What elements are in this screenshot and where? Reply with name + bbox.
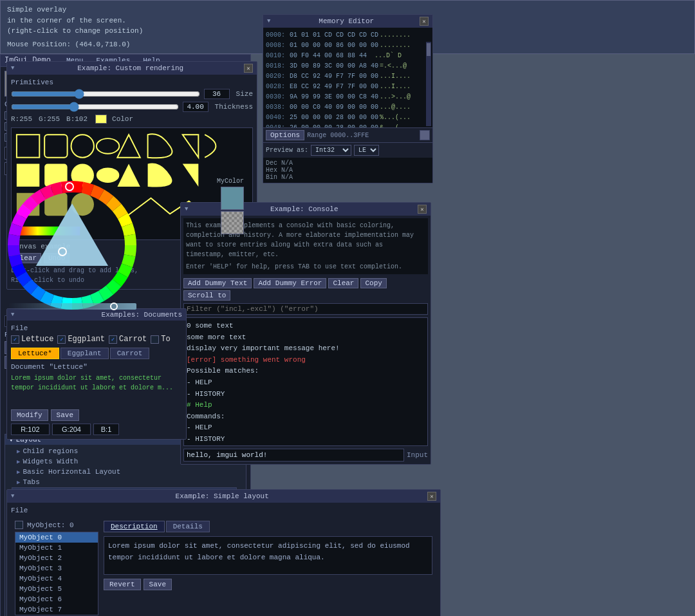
memory-row: 0030:9A 99 99 3E 00 00 C8 40...>...@ bbox=[266, 92, 430, 102]
memory-options-btn[interactable]: Options bbox=[266, 130, 304, 140]
widgets-width-arrow: ▶ bbox=[17, 458, 20, 465]
console-line: display very important message here! bbox=[187, 343, 425, 355]
carrot-checkbox[interactable] bbox=[109, 335, 117, 344]
object-item-6[interactable]: MyObject 6 bbox=[15, 594, 98, 604]
memory-row: 0048:26 00 00 00 28 00 00 00&...(... bbox=[266, 123, 430, 127]
console-line: - HISTORY bbox=[187, 389, 425, 400]
memory-editor-title: Memory Editor bbox=[319, 17, 374, 25]
simple-layout-title: Example: Simple layout bbox=[176, 492, 269, 500]
console-error-line: [error] something went wrong bbox=[187, 355, 425, 366]
add-dummy-error-btn[interactable]: Add Dummy Error bbox=[254, 278, 326, 288]
thickness-slider[interactable] bbox=[11, 102, 179, 111]
lettuce-label: Lettuce bbox=[21, 335, 53, 344]
object-item-1[interactable]: MyObject 1 bbox=[15, 543, 98, 553]
to-checkbox[interactable] bbox=[151, 335, 159, 344]
console-input-label: Input bbox=[407, 451, 428, 459]
r-label: R:255 bbox=[11, 115, 32, 123]
eggplant-tab[interactable]: Eggplant bbox=[60, 348, 109, 359]
memory-row: 0040:25 00 00 00 28 00 00 00%...(... bbox=[266, 113, 430, 123]
simple-layout-close[interactable]: ✕ bbox=[427, 492, 436, 501]
mycolor-swatch[interactable] bbox=[221, 187, 244, 210]
object-list-container: MyObject: 0 MyObject 0 MyObject 1 MyObje… bbox=[15, 521, 98, 615]
file-label: File bbox=[11, 324, 182, 332]
memory-endian-select[interactable]: LE BE bbox=[354, 145, 379, 156]
memory-dec-value: N/A bbox=[281, 160, 293, 167]
simple-save-btn[interactable]: Save bbox=[144, 579, 172, 590]
to-checkbox-label[interactable]: To bbox=[151, 335, 170, 344]
doc-modify-btn[interactable]: Modify bbox=[11, 409, 48, 421]
lettuce-checkbox-label[interactable]: Lettuce bbox=[11, 335, 53, 344]
console-title: Example: Console bbox=[270, 205, 338, 213]
eggplant-checkbox-label[interactable]: Eggplant bbox=[57, 335, 105, 344]
console-output[interactable]: 0 some text some more text display very … bbox=[183, 317, 428, 446]
memory-editor-panel: ▼ Memory Editor ✕ 0000:01 01 01 CD CD CD… bbox=[263, 14, 433, 183]
thickness-value: 4.00 bbox=[183, 102, 208, 112]
memory-row: 0010:00 F0 44 00 68 88 44...D` D bbox=[266, 51, 430, 61]
color-wheel-svg[interactable] bbox=[5, 178, 140, 313]
detail-desc-text: Lorem ipsum dolor sit amet, consectetur … bbox=[108, 541, 428, 563]
eggplant-checkbox[interactable] bbox=[57, 335, 66, 344]
object-counter-label: MyObject: 0 bbox=[27, 521, 74, 529]
description-tab[interactable]: Description bbox=[104, 521, 165, 532]
color-chip[interactable] bbox=[95, 115, 107, 124]
console-input[interactable] bbox=[183, 449, 404, 462]
memory-color-chip bbox=[420, 130, 430, 140]
basic-horiz-item[interactable]: ▶ Basic Horizontal Layout bbox=[14, 467, 237, 477]
carrot-tab[interactable]: Carrot bbox=[110, 348, 150, 359]
doc-g-field[interactable] bbox=[52, 424, 91, 435]
size-value: 36 bbox=[204, 89, 230, 99]
simple-layout-header[interactable]: ▼ Example: Simple layout ✕ bbox=[7, 490, 440, 503]
documents-panel: ▼ Examples: Documents File Lettuce Eggpl… bbox=[6, 308, 187, 440]
object-item-4[interactable]: MyObject 4 bbox=[15, 574, 98, 584]
detail-pane: Description Details Lorem ipsum dolor si… bbox=[104, 521, 432, 615]
object-item-7[interactable]: MyObject 7 bbox=[15, 604, 98, 615]
details-tab[interactable]: Details bbox=[166, 521, 210, 532]
tabs-arrow: ▶ bbox=[17, 479, 20, 486]
memory-row: 0028:E8 CC 92 49 F7 7F 00 00...I.... bbox=[266, 82, 430, 92]
memory-editor-arrow: ▼ bbox=[267, 18, 270, 24]
custom-render-header[interactable]: ▼ Example: Custom rendering ✕ bbox=[7, 62, 257, 75]
memory-editor-header[interactable]: ▼ Memory Editor ✕ bbox=[263, 15, 432, 28]
console-line: some more text bbox=[187, 332, 425, 344]
color-label: Color bbox=[112, 115, 133, 123]
object-item-2[interactable]: MyObject 2 bbox=[15, 553, 98, 563]
doc-b-field[interactable] bbox=[93, 424, 119, 435]
custom-render-close[interactable]: ✕ bbox=[244, 64, 253, 73]
svg-marker-4 bbox=[117, 135, 140, 157]
b-label: B:102 bbox=[66, 115, 88, 123]
object-item-0[interactable]: MyObject 0 bbox=[15, 532, 98, 543]
detail-content: Lorem ipsum dolor sit amet, consectetur … bbox=[104, 536, 432, 575]
lettuce-checkbox[interactable] bbox=[11, 335, 19, 344]
layout-body: MyObject: 0 MyObject 0 MyObject 1 MyObje… bbox=[11, 517, 436, 616]
console-clear-btn[interactable]: Clear bbox=[328, 278, 358, 288]
revert-btn[interactable]: Revert bbox=[104, 579, 141, 590]
memory-dec-label: Dec bbox=[266, 160, 277, 167]
memory-preview-type-select[interactable]: Int32 Float Double bbox=[311, 145, 351, 156]
color-row: R:255 G:255 B:102 Color bbox=[11, 115, 253, 124]
object-counter-checkbox[interactable] bbox=[15, 521, 23, 529]
size-slider[interactable] bbox=[11, 89, 200, 98]
memory-scrollbar[interactable] bbox=[426, 42, 431, 126]
basic-horiz-label: Basic Horizontal Layout bbox=[23, 468, 120, 476]
console-copy-btn[interactable]: Copy bbox=[360, 278, 386, 288]
doc-r-field[interactable] bbox=[11, 424, 50, 435]
doc-save-btn[interactable]: Save bbox=[51, 409, 79, 421]
simple-layout-panel: ▼ Example: Simple layout ✕ File MyObject… bbox=[6, 489, 441, 616]
console-close[interactable]: ✕ bbox=[418, 205, 427, 214]
to-label: To bbox=[161, 335, 170, 344]
child-regions-arrow: ▶ bbox=[17, 448, 20, 455]
console-line: - HELP bbox=[187, 422, 425, 434]
simple-layout-content: File MyObject: 0 MyObject 0 MyObject 1 M… bbox=[7, 503, 440, 616]
object-list[interactable]: MyObject 0 MyObject 1 MyObject 2 MyObjec… bbox=[15, 532, 98, 615]
color-wheel-wrapper: MyColor bbox=[5, 178, 246, 315]
lettuce-tab[interactable]: Lettuce* bbox=[11, 348, 59, 359]
tabs-item[interactable]: ▶ Tabs bbox=[14, 477, 237, 487]
carrot-checkbox-label[interactable]: Carrot bbox=[109, 335, 147, 344]
memory-scroll-thumb[interactable] bbox=[427, 43, 431, 56]
object-item-5[interactable]: MyObject 5 bbox=[15, 584, 98, 594]
simple-file-label: File bbox=[11, 507, 436, 514]
object-item-3[interactable]: MyObject 3 bbox=[15, 563, 98, 574]
memory-editor-close[interactable]: ✕ bbox=[420, 17, 429, 26]
memory-grid: 0000:01 01 01 CD CD CD CD CD........ 000… bbox=[263, 28, 432, 127]
console-line: 0 some text bbox=[187, 321, 425, 332]
